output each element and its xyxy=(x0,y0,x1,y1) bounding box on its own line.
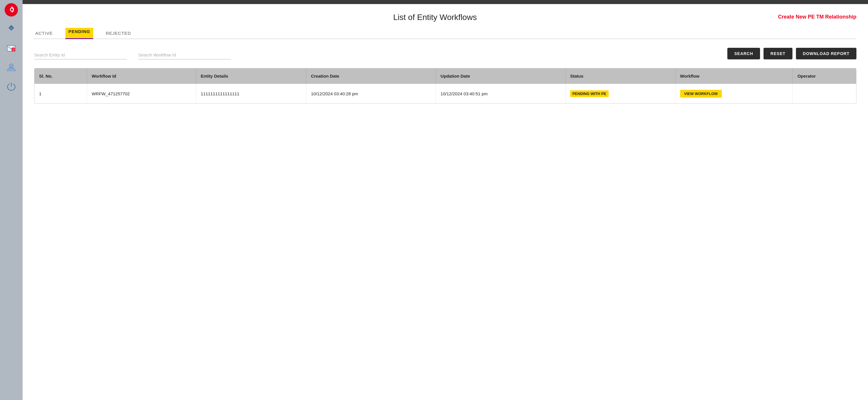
workflow-id-input[interactable] xyxy=(138,51,231,59)
status-badge: PENDING WITH PE xyxy=(570,90,609,97)
create-new-link[interactable]: Create New PE TM Relationship xyxy=(778,13,857,20)
svg-point-5 xyxy=(9,64,13,68)
tabs-container: ACTIVE PENDING REJECTED xyxy=(34,28,857,39)
cell-status: PENDING WITH PE xyxy=(565,84,675,104)
entity-id-input[interactable] xyxy=(34,51,127,59)
workflow-id-field xyxy=(138,51,231,59)
top-bar xyxy=(23,0,868,4)
col-header-workflow: Workflow xyxy=(675,68,793,84)
page-title: List of Entity Workflows xyxy=(92,13,778,22)
col-header-creation-date: Creation Date xyxy=(306,68,436,84)
cell-updation-date: 10/12/2024 03:40:51 pm xyxy=(436,84,565,104)
sidebar-item-user[interactable] xyxy=(4,60,18,74)
col-header-operator: Operator xyxy=(793,68,856,84)
col-header-status: Status xyxy=(565,68,675,84)
col-header-updation-date: Updation Date xyxy=(436,68,565,84)
cell-creation-date: 10/12/2024 03:40:28 pm xyxy=(306,84,436,104)
main-content: List of Entity Workflows Create New PE T… xyxy=(23,0,868,400)
search-row: SEARCH RESET DOWNLOAD REPORT xyxy=(34,48,857,59)
entity-id-field xyxy=(34,51,127,59)
sidebar-logo[interactable] xyxy=(4,3,18,17)
tab-rejected[interactable]: REJECTED xyxy=(105,28,132,38)
download-report-button[interactable]: DOWNLOAD REPORT xyxy=(796,48,857,59)
airtel-logo-icon xyxy=(5,3,18,17)
sidebar-item-gem[interactable] xyxy=(4,22,18,36)
svg-text:!: ! xyxy=(13,48,14,51)
cell-operator xyxy=(793,84,856,104)
content-area: List of Entity Workflows Create New PE T… xyxy=(23,4,868,400)
workflows-table: Sl. No. Workflow Id Entity Details Creat… xyxy=(34,68,856,104)
sidebar-item-mail[interactable]: ! xyxy=(4,41,18,55)
col-header-sl-no: Sl. No. xyxy=(34,68,87,84)
tab-active[interactable]: ACTIVE xyxy=(34,28,54,38)
header-row: List of Entity Workflows Create New PE T… xyxy=(34,13,857,22)
tab-pending[interactable]: PENDING xyxy=(65,28,93,38)
cell-workflow-id: WRFW_471257702 xyxy=(87,84,196,104)
search-buttons: SEARCH RESET DOWNLOAD REPORT xyxy=(727,48,857,59)
cell-entity-details: 1111111111111111 xyxy=(196,84,306,104)
sidebar: ! xyxy=(0,0,23,400)
table-row: 1WRFW_471257702111111111111111110/12/202… xyxy=(34,84,856,104)
cell-workflow: VIEW WORKFLOW xyxy=(675,84,793,104)
table-container: Sl. No. Workflow Id Entity Details Creat… xyxy=(34,68,857,104)
view-workflow-button[interactable]: VIEW WORKFLOW xyxy=(680,90,722,97)
cell-sl-no: 1 xyxy=(34,84,87,104)
reset-button[interactable]: RESET xyxy=(764,48,793,59)
col-header-workflow-id: Workflow Id xyxy=(87,68,196,84)
table-header-row: Sl. No. Workflow Id Entity Details Creat… xyxy=(34,68,856,84)
sidebar-item-power[interactable] xyxy=(4,79,18,93)
search-button[interactable]: SEARCH xyxy=(727,48,760,59)
col-header-entity-details: Entity Details xyxy=(196,68,306,84)
